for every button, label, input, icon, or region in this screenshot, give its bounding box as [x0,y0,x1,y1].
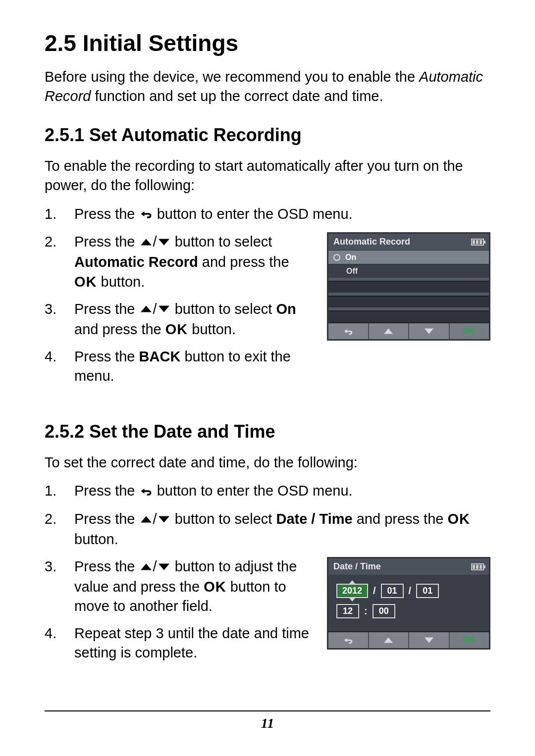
down-icon [157,300,171,319]
return-icon [139,482,153,502]
osd-header: Automatic Record [328,234,489,250]
osd-option-on-label: On [345,253,356,262]
step3-bold: On [276,301,296,317]
separator: / [409,585,412,597]
osd-ok-button[interactable]: OK [450,632,489,648]
step3-b: button to select [175,301,276,317]
osd-body: 2012 / 01 / 01 12 : 00 [328,575,489,631]
step3-d: button. [192,321,236,337]
step2-d: button. [101,274,145,290]
intro-text-a: Before using the device, we recommend yo… [45,69,419,85]
osd-option-off[interactable]: Off [328,264,489,278]
osd-empty-row [328,310,489,322]
ok-label: OK [448,511,471,527]
step4-a: Press the [74,349,139,364]
s2-step4: Repeat step 3 until the date and time se… [74,624,313,662]
s2-step2-a: Press the [74,511,139,527]
osd-footer: OK [328,631,489,648]
osd-ok-button[interactable]: OK [450,323,489,339]
section-251-intro: To enable the recording to start automat… [45,156,490,195]
time-line: 12 : 00 [336,604,481,618]
footer-rule [45,710,490,711]
page-title: 2.5 Initial Settings [45,30,490,56]
step-num: 2. [45,509,74,549]
ok-label: OK [74,274,97,290]
down-icon [157,233,171,252]
osd-title: Automatic Record [333,237,410,247]
s2-step1-a: Press the [74,483,139,499]
osd-back-button[interactable] [328,323,369,339]
month-field[interactable]: 01 [381,584,404,598]
step-4: 4. Repeat step 3 until the date and time… [45,624,313,662]
osd-footer: OK [328,322,489,339]
step-2: 2. Press the / button to select Automati… [45,232,313,291]
step-1: 1. Press the button to enter the OSD men… [45,481,490,502]
osd-header: Date / Time [328,558,489,575]
s2-step2-d: button. [74,531,118,547]
osd-back-button[interactable] [328,632,369,648]
date-line: 2012 / 01 / 01 [336,584,481,598]
section-252-intro: To set the correct date and time, do the… [45,453,490,472]
step2-c: and press the [202,254,289,270]
s2-step2-bold: Date / Time [276,511,352,527]
osd-option-off-label: Off [346,267,358,276]
battery-icon [471,239,484,246]
section-251-heading: 2.5.1 Set Automatic Recording [45,125,490,146]
osd-down-button[interactable] [409,323,450,339]
up-icon [139,558,153,577]
step2-bold: Automatic Record [74,254,198,270]
step-num: 3. [45,300,74,339]
step-3: 3. Press the / button to adjust the valu… [45,557,313,616]
step2-a: Press the [74,234,139,250]
step1-a: Press the [74,206,139,222]
step-1: 1. Press the button to enter the OSD men… [45,204,490,225]
osd-down-button[interactable] [409,632,450,648]
hour-field[interactable]: 12 [336,604,359,618]
year-field[interactable]: 2012 [336,584,368,598]
step2-b: button to select [175,234,272,250]
section-251-steps-top: 1. Press the button to enter the OSD men… [45,204,490,225]
step-3: 3. Press the / button to select On and p… [45,300,313,339]
osd-option-on[interactable]: On [328,250,489,264]
ok-label: OK [165,321,188,337]
section-251-steps: 2. Press the / button to select Automati… [45,232,313,386]
step-4: 4. Press the BACK button to exit the men… [45,347,313,386]
step3-c: and press the [74,321,165,337]
page-number: 11 [45,715,490,731]
intro-text-b: function and set up the correct date and… [91,88,383,104]
step-num: 1. [45,481,74,502]
day-field[interactable]: 01 [416,584,439,598]
ok-label: OK [204,579,226,595]
s2-step2-c: and press the [357,511,448,527]
osd-automatic-record: Automatic Record On Off OK [327,232,490,341]
osd-date-time: Date / Time 2012 / 01 / 01 12 : 00 [327,557,490,650]
osd-up-button[interactable] [369,323,410,339]
s2-step1-b: button to enter the OSD menu. [157,483,353,499]
down-icon [157,558,171,577]
step4-bold: BACK [139,349,181,364]
step3-a: Press the [74,301,139,317]
osd-empty-row [328,296,489,307]
separator: : [364,605,368,617]
step1-b: button to enter the OSD menu. [157,206,353,222]
return-icon [139,205,153,224]
intro-paragraph: Before using the device, we recommend yo… [45,67,490,106]
down-icon [157,510,171,530]
step-num: 1. [45,204,74,225]
section-252-heading: 2.5.2 Set the Date and Time [45,421,490,442]
radio-icon [333,254,340,261]
osd-empty-row [328,281,489,293]
s2-step2-b: button to select [175,511,276,527]
step-num: 4. [45,347,74,386]
step-num: 4. [45,624,74,662]
page-footer: 11 [45,710,490,731]
step-2: 2. Press the / button to select Date / T… [45,509,490,549]
battery-icon [471,563,484,570]
osd-up-button[interactable] [369,632,410,648]
up-icon [139,300,153,319]
section-252-steps: 3. Press the / button to adjust the valu… [45,557,313,662]
minute-field[interactable]: 00 [373,604,395,618]
step-num: 3. [45,557,74,616]
s2-step3-a: Press the [74,558,139,574]
up-icon [139,510,153,530]
